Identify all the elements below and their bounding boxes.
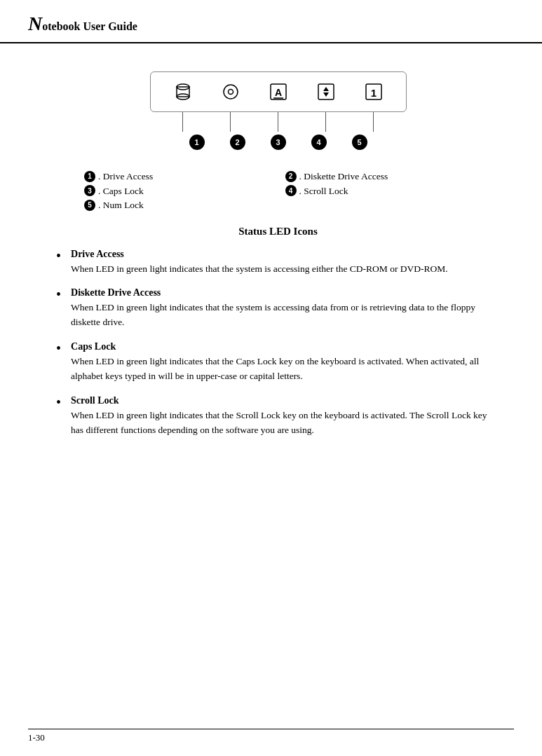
- section-title: Status LED Icons: [56, 226, 500, 238]
- legend-item-1: 1 . Drive Access: [84, 171, 271, 183]
- page-footer: 1-30: [28, 729, 514, 743]
- bullet-body-3: When LED in green light indicates that t…: [71, 355, 500, 384]
- bullet-content-4: Scroll Lock When LED in green light indi…: [71, 395, 500, 438]
- legend-item-5: 5 . Num Lock: [84, 200, 271, 212]
- num-led-icon: 1: [363, 81, 385, 103]
- connector-lines: [151, 112, 406, 132]
- bullet-dot-1: •: [56, 249, 61, 263]
- num-circle-4: 4: [311, 135, 327, 150]
- bullet-body-1: When LED in green light indicates that t…: [71, 262, 500, 277]
- svg-text:A: A: [274, 87, 281, 98]
- bullet-dot-3: •: [56, 341, 61, 355]
- legend-item-4: 4 . Scroll Lock: [285, 186, 473, 198]
- drive-led-icon: [172, 81, 194, 103]
- svg-text:1: 1: [370, 87, 376, 99]
- diskette-led-icon: [219, 81, 242, 103]
- legend-area: 1 . Drive Access 2 . Diskette Drive Acce…: [84, 171, 472, 212]
- bullet-dot-2: •: [56, 287, 61, 301]
- bullet-body-2: When LED in green light indicates that t…: [71, 301, 500, 330]
- scroll-led-icon: [315, 81, 337, 103]
- list-item: • Caps Lock When LED in green light indi…: [56, 341, 500, 384]
- legend-text-1: . Drive Access: [98, 171, 153, 182]
- bullet-body-4: When LED in green light indicates that t…: [71, 408, 500, 438]
- svg-point-3: [224, 85, 238, 99]
- page-number: 1-30: [28, 732, 45, 743]
- legend-item-3: 3 . Caps Lock: [84, 186, 271, 198]
- legend-text-3: . Caps Lock: [98, 186, 144, 197]
- legend-item-2: 2 . Diskette Drive Access: [285, 171, 473, 183]
- bullet-content-2: Diskette Drive Access When LED in green …: [71, 287, 500, 330]
- bullet-heading-4: Scroll Lock: [71, 395, 500, 406]
- bullet-content-1: Drive Access When LED in green light ind…: [71, 249, 500, 277]
- numbered-circles-row: 1 2 3 4 5: [168, 135, 388, 150]
- list-item: • Diskette Drive Access When LED in gree…: [56, 287, 500, 330]
- bullet-heading-2: Diskette Drive Access: [71, 287, 500, 298]
- legend-num-4: 4: [285, 185, 297, 196]
- list-item: • Drive Access When LED in green light i…: [56, 249, 500, 277]
- page-content: A 1: [0, 43, 542, 470]
- legend-num-3: 3: [84, 185, 95, 196]
- header-n-letter: N: [28, 13, 42, 35]
- bullet-list: • Drive Access When LED in green light i…: [56, 249, 500, 438]
- legend-text-4: . Scroll Lock: [299, 186, 348, 197]
- header-title-text: otebook User Guide: [42, 20, 137, 33]
- bullet-heading-3: Caps Lock: [71, 341, 500, 352]
- diagram-area: A 1: [56, 71, 500, 150]
- legend-text-2: . Diskette Drive Access: [299, 171, 388, 182]
- num-circle-2: 2: [230, 135, 245, 150]
- bullet-heading-1: Drive Access: [71, 249, 500, 260]
- legend-num-5: 5: [84, 200, 95, 211]
- legend-num-2: 2: [285, 171, 297, 182]
- svg-point-4: [228, 90, 233, 95]
- num-circle-3: 3: [271, 135, 286, 150]
- svg-marker-9: [323, 87, 329, 91]
- legend-num-1: 1: [84, 171, 95, 182]
- bullet-content-3: Caps Lock When LED in green light indica…: [71, 341, 500, 384]
- num-circle-1: 1: [189, 135, 205, 150]
- caps-led-icon: A: [267, 81, 290, 103]
- list-item: • Scroll Lock When LED in green light in…: [56, 395, 500, 438]
- legend-text-5: . Num Lock: [98, 200, 144, 211]
- svg-rect-8: [318, 84, 334, 99]
- led-icon-box: A 1: [150, 71, 407, 112]
- num-circle-5: 5: [352, 135, 367, 150]
- bullet-dot-4: •: [56, 395, 61, 409]
- page-header: N otebook User Guide: [0, 0, 542, 43]
- svg-marker-10: [323, 92, 329, 97]
